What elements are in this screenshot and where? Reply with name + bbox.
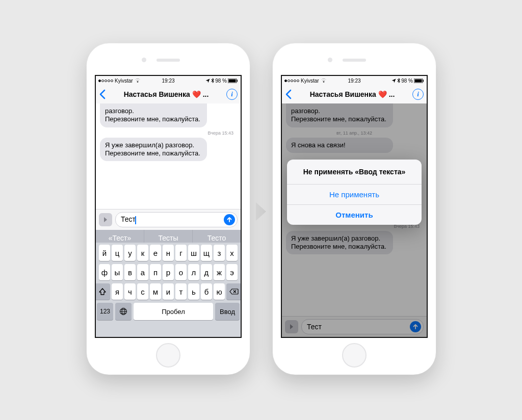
key[interactable]: ч <box>124 283 136 300</box>
key-row: фывапролджэ <box>97 264 240 280</box>
message-bubble: разговор. Перезвоните мне, пожалуйста. <box>100 103 207 127</box>
info-button[interactable]: i <box>226 89 238 100</box>
key[interactable]: х <box>226 245 238 261</box>
key[interactable]: и <box>163 283 174 300</box>
key[interactable]: р <box>163 264 174 280</box>
key[interactable]: а <box>137 264 148 280</box>
back-button[interactable] <box>99 89 106 99</box>
dialog-cancel-button[interactable]: Отменить <box>287 205 422 225</box>
home-button[interactable] <box>156 343 180 368</box>
expand-apps-button[interactable] <box>99 213 112 226</box>
message-bubble: Я уже завершил(а) разговор. Перезвоните … <box>100 138 207 162</box>
key[interactable]: б <box>201 283 212 300</box>
key[interactable]: з <box>214 245 225 261</box>
key[interactable]: у <box>124 245 136 261</box>
key[interactable]: т <box>175 283 187 300</box>
dialog-title: Не применять «Ввод текста» <box>287 160 422 185</box>
key-row: йцукенгшщзх <box>97 245 240 261</box>
key[interactable]: м <box>150 283 161 300</box>
timestamp: Вчера 15:43 <box>96 130 241 136</box>
key[interactable]: ц <box>112 245 123 261</box>
key[interactable]: с <box>137 283 148 300</box>
key-row: ячсмитьбю <box>97 283 240 300</box>
key[interactable]: ш <box>188 245 199 261</box>
undo-typing-dialog: Не применять «Ввод текста» Не применять … <box>287 160 422 225</box>
status-bar: Kyivstar 19:23 98 % <box>282 76 427 85</box>
send-button[interactable] <box>224 214 235 225</box>
key[interactable]: ф <box>99 264 110 280</box>
status-bar: Kyivstar 19:23 98 % <box>96 76 241 85</box>
key[interactable]: ю <box>214 283 225 300</box>
key[interactable]: ж <box>214 264 225 280</box>
screen-left: Kyivstar 19:23 98 % Настасья Вишенка ❤️ … <box>95 75 242 338</box>
numeric-key[interactable]: 123 <box>97 303 113 320</box>
globe-key[interactable] <box>115 303 132 320</box>
nav-title: Настасья Вишенка ❤️ ... <box>106 90 226 98</box>
phone-left: Kyivstar 19:23 98 % Настасья Вишенка ❤️ … <box>87 43 250 375</box>
key[interactable]: э <box>226 264 238 280</box>
key[interactable]: й <box>99 245 110 261</box>
composer-bar: Тест <box>96 209 241 230</box>
nav-bar: Настасья Вишенка ❤️ ... i <box>96 85 241 104</box>
key[interactable]: ь <box>188 283 199 300</box>
back-button[interactable] <box>285 89 292 99</box>
camera-dot <box>142 58 146 62</box>
keyboard: йцукенгшщзх фывапролджэ ячсмитьбю 123 Пр… <box>96 243 241 337</box>
key[interactable]: л <box>188 264 199 280</box>
key[interactable]: в <box>124 264 136 280</box>
dialog-undo-button[interactable]: Не применять <box>287 185 422 205</box>
phone-right: Kyivstar 19:23 98 % Настасья Вишенка ❤️ … <box>273 43 436 375</box>
space-key[interactable]: Пробел <box>134 303 213 320</box>
key[interactable]: е <box>150 245 161 261</box>
text-caret <box>135 216 136 224</box>
key-row: 123 Пробел Ввод <box>97 303 240 320</box>
key[interactable]: п <box>150 264 161 280</box>
chat-area-left[interactable]: разговор. Перезвоните мне, пожалуйста. В… <box>96 103 241 211</box>
key[interactable]: ы <box>112 264 123 280</box>
flow-arrow-icon <box>254 201 268 222</box>
message-text: Тест <box>121 215 136 223</box>
shift-key[interactable] <box>95 283 110 300</box>
clock-label: 19:23 <box>282 78 427 84</box>
message-input[interactable]: Тест <box>115 212 238 227</box>
key[interactable]: я <box>112 283 123 300</box>
clock-label: 19:23 <box>96 78 241 84</box>
home-button[interactable] <box>342 343 367 368</box>
nav-title: Настасья Вишенка ❤️ ... <box>292 90 412 98</box>
nav-bar: Настасья Вишенка ❤️ ... i <box>282 85 427 104</box>
speaker-slot <box>343 59 366 62</box>
key[interactable]: о <box>175 264 187 280</box>
key[interactable]: к <box>137 245 148 261</box>
info-button[interactable]: i <box>412 89 424 100</box>
key[interactable]: г <box>175 245 187 261</box>
return-key[interactable]: Ввод <box>215 303 240 320</box>
speaker-slot <box>156 59 180 62</box>
key[interactable]: д <box>201 264 212 280</box>
canvas: Kyivstar 19:23 98 % Настасья Вишенка ❤️ … <box>0 0 522 420</box>
key[interactable]: щ <box>201 245 212 261</box>
backspace-key[interactable] <box>226 283 242 300</box>
screen-right: Kyivstar 19:23 98 % Настасья Вишенка ❤️ … <box>281 75 428 338</box>
camera-dot <box>328 58 332 62</box>
key[interactable]: н <box>163 245 174 261</box>
